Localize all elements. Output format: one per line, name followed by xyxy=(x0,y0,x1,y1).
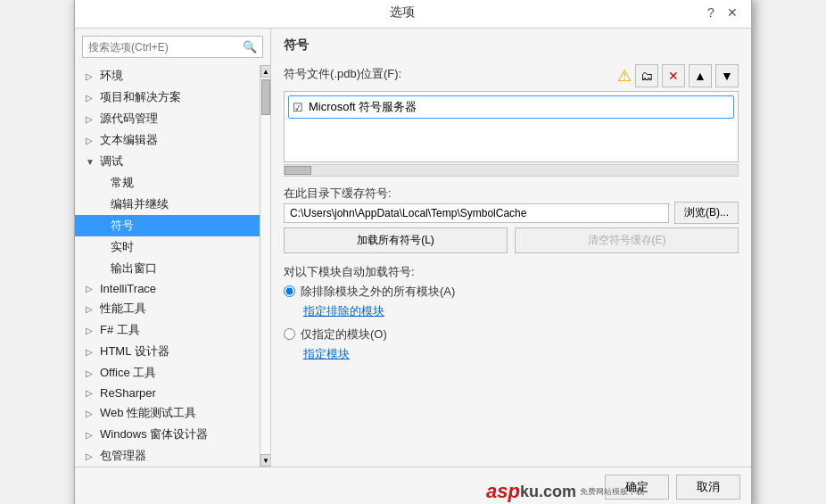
tree-item-huanjing[interactable]: ▷环境 xyxy=(75,65,260,87)
down-btn[interactable]: ▼ xyxy=(715,64,739,87)
tree-item-yuanma[interactable]: ▷源代码管理 xyxy=(75,108,260,129)
dialog-body: 🔍 ▷环境▷项目和解决方案▷源代码管理▷文本编辑器▼调试常规编辑并继续符号实时输… xyxy=(75,29,751,467)
specify-modules-link[interactable]: 指定模块 xyxy=(303,346,739,362)
autoload-section: 对以下模块自动加载符号: 除排除模块之外的所有模块(A) 指定排除的模块 仅指定… xyxy=(284,264,739,362)
tree-item-windows[interactable]: ▷Windows 窗体设计器 xyxy=(75,424,260,445)
tree-item-intellitrace[interactable]: ▷IntelliTrace xyxy=(75,279,260,298)
radio-all-label: 除排除模块之外的所有模块(A) xyxy=(301,284,455,300)
search-input[interactable] xyxy=(88,41,243,54)
autoload-label: 对以下模块自动加载符号: xyxy=(284,264,739,280)
delete-btn[interactable]: ✕ xyxy=(662,64,685,87)
scroll-track xyxy=(260,78,270,454)
checkbox-icon[interactable]: ☑ xyxy=(293,101,303,114)
dialog-title: 选项 xyxy=(103,4,701,21)
tree-item-wenben[interactable]: ▷文本编辑器 xyxy=(75,129,260,151)
warning-icon: ⚠ xyxy=(617,66,632,86)
left-panel: 🔍 ▷环境▷项目和解决方案▷源代码管理▷文本编辑器▼调试常规编辑并继续符号实时输… xyxy=(75,29,271,467)
close-button[interactable]: ✕ xyxy=(723,3,742,22)
tree-item-fsharp[interactable]: ▷F# 工具 xyxy=(75,319,260,341)
radio-specific-modules[interactable] xyxy=(284,328,295,340)
watermark-asp: asp xyxy=(486,480,520,503)
tree-scroll: ▷环境▷项目和解决方案▷源代码管理▷文本编辑器▼调试常规编辑并继续符号实时输出窗… xyxy=(75,65,260,467)
tree-item-fuhao[interactable]: 符号 xyxy=(75,215,260,236)
tree-item-shuchuchuangkou[interactable]: 输出窗口 xyxy=(75,258,260,279)
cache-section: 在此目录下缓存符号: 浏览(B)... 加载所有符号(L) 清空符号缓存(E) xyxy=(284,186,739,257)
radio-all-modules[interactable] xyxy=(284,285,295,297)
title-bar: 选项 ? ✕ xyxy=(75,0,751,29)
help-button[interactable]: ? xyxy=(701,3,721,22)
scroll-thumb[interactable] xyxy=(261,79,270,115)
title-controls: ? ✕ xyxy=(701,3,742,22)
pdb-section: 符号文件(.pdb)位置(F): ⚠ 🗂 ✕ ▲ ▼ ☑Microsoft 符号… xyxy=(284,64,739,178)
watermark-sub: 免费网站模板下载 xyxy=(580,486,644,498)
tree-item-office[interactable]: ▷Office 工具 xyxy=(75,362,260,384)
action-row: 加载所有符号(L) 清空符号缓存(E) xyxy=(284,227,739,253)
watermark: asp ku.com 免费网站模板下载 xyxy=(486,480,644,503)
tree-item-web[interactable]: ▷Web 性能测试工具 xyxy=(75,402,260,424)
tree-item-resharper[interactable]: ▷ReSharper xyxy=(75,384,260,402)
symbol-entry-label: Microsoft 符号服务器 xyxy=(309,99,417,115)
radio-option-2: 仅指定的模块(O) xyxy=(284,326,739,343)
options-dialog: 选项 ? ✕ 🔍 ▷环境▷项目和解决方案▷源代码管理▷文本编辑器▼调试常规编辑并… xyxy=(74,0,752,504)
symbol-list-box: ☑Microsoft 符号服务器 xyxy=(284,91,739,162)
right-panel: 符号 符号文件(.pdb)位置(F): ⚠ 🗂 ✕ ▲ ▼ ☑Microsoft… xyxy=(271,29,751,467)
folder-btn[interactable]: 🗂 xyxy=(635,64,658,87)
tree-item-html[interactable]: ▷HTML 设计器 xyxy=(75,341,260,362)
hscroll[interactable] xyxy=(284,164,739,177)
cancel-button[interactable]: 取消 xyxy=(676,475,740,500)
hscroll-thumb xyxy=(285,166,311,175)
clear-cache-btn[interactable]: 清空符号缓存(E) xyxy=(515,227,739,253)
search-bar: 🔍 xyxy=(82,36,263,58)
tree-wrapper: ▷环境▷项目和解决方案▷源代码管理▷文本编辑器▼调试常规编辑并继续符号实时输出窗… xyxy=(75,65,270,467)
tree-item-bianjijixu[interactable]: 编辑并继续 xyxy=(75,194,260,215)
scroll-up-btn[interactable]: ▲ xyxy=(260,65,270,78)
cache-label: 在此目录下缓存符号: xyxy=(284,186,739,202)
tree-item-xingneng[interactable]: ▷性能工具 xyxy=(75,298,260,319)
watermark-ku: ku.com xyxy=(520,483,576,501)
tree-item-baoguanli[interactable]: ▷包管理器 xyxy=(75,445,260,467)
radio-specific-label: 仅指定的模块(O) xyxy=(301,326,387,343)
tree-item-tiaoshi[interactable]: ▼调试 xyxy=(75,151,260,172)
browse-btn[interactable]: 浏览(B)... xyxy=(674,202,739,224)
tree-item-shishi[interactable]: 实时 xyxy=(75,236,260,258)
pdb-label: 符号文件(.pdb)位置(F): xyxy=(284,66,401,82)
up-btn[interactable]: ▲ xyxy=(689,64,712,87)
tree-item-changgui[interactable]: 常规 xyxy=(75,172,260,194)
scroll-down-btn[interactable]: ▼ xyxy=(260,454,270,467)
cache-path-row: 浏览(B)... xyxy=(284,202,739,224)
exclude-modules-link[interactable]: 指定排除的模块 xyxy=(303,303,739,319)
pdb-toolbar: ⚠ 🗂 ✕ ▲ ▼ xyxy=(617,64,739,87)
radio-option-1: 除排除模块之外的所有模块(A) xyxy=(284,284,739,300)
load-all-btn[interactable]: 加载所有符号(L) xyxy=(284,227,508,253)
section-title: 符号 xyxy=(284,37,739,54)
symbol-entry: ☑Microsoft 符号服务器 xyxy=(288,95,734,119)
tree-vscroll: ▲ ▼ xyxy=(260,65,270,467)
cache-path-input[interactable] xyxy=(284,203,669,223)
tree-item-xiangmu[interactable]: ▷项目和解决方案 xyxy=(75,87,260,108)
dialog-footer: 确定 取消 asp ku.com 免费网站模板下载 xyxy=(75,467,751,504)
search-icon: 🔍 xyxy=(243,40,257,54)
